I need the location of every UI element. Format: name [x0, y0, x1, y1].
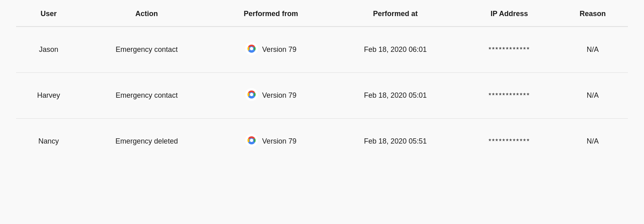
- cell-ip-address: ************: [461, 119, 557, 164]
- chrome-icon: [245, 134, 258, 149]
- cell-ip-address: ************: [461, 27, 557, 73]
- audit-log-table-container: User Action Performed from Performed at …: [0, 0, 644, 164]
- cell-performed-at: Feb 18, 2020 06:01: [330, 27, 461, 73]
- chrome-icon: [245, 42, 258, 57]
- cell-performed-at: Feb 18, 2020 05:51: [330, 119, 461, 164]
- svg-point-8: [250, 139, 253, 142]
- cell-action: Emergency contact: [81, 27, 212, 73]
- cell-reason: N/A: [557, 27, 628, 73]
- col-header-ip-address: IP Address: [461, 0, 557, 27]
- cell-user: Harvey: [16, 73, 81, 119]
- cell-reason: N/A: [557, 119, 628, 164]
- cell-user: Nancy: [16, 119, 81, 164]
- cell-performed-from: Version 79: [212, 27, 330, 73]
- chrome-icon: [245, 88, 258, 103]
- cell-user: Jason: [16, 27, 81, 73]
- col-header-user: User: [16, 0, 81, 27]
- cell-performed-from: Version 79: [212, 73, 330, 119]
- svg-point-2: [250, 47, 253, 50]
- browser-version: Version 79: [262, 45, 296, 54]
- browser-version: Version 79: [262, 137, 296, 146]
- audit-log-table: User Action Performed from Performed at …: [16, 0, 628, 164]
- cell-performed-at: Feb 18, 2020 05:01: [330, 73, 461, 119]
- cell-action: Emergency contact: [81, 73, 212, 119]
- col-header-performed-at: Performed at: [330, 0, 461, 27]
- svg-point-5: [250, 93, 253, 96]
- col-header-performed-from: Performed from: [212, 0, 330, 27]
- table-row: Harvey Emergency contact Version 79: [16, 73, 628, 119]
- cell-ip-address: ************: [461, 73, 557, 119]
- table-row: Nancy Emergency deleted Version 79: [16, 119, 628, 164]
- table-row: Jason Emergency contact Version 79: [16, 27, 628, 73]
- cell-action: Emergency deleted: [81, 119, 212, 164]
- cell-reason: N/A: [557, 73, 628, 119]
- col-header-reason: Reason: [557, 0, 628, 27]
- cell-performed-from: Version 79: [212, 119, 330, 164]
- browser-version: Version 79: [262, 91, 296, 100]
- col-header-action: Action: [81, 0, 212, 27]
